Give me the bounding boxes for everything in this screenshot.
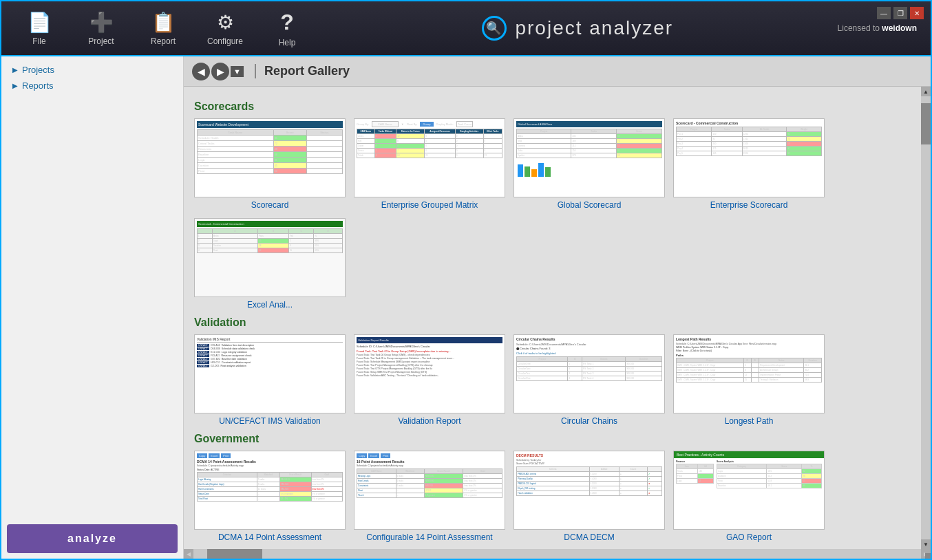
section-scorecards: Scorecards — [194, 100, 918, 113]
scroll-up-button[interactable]: ▲ — [921, 87, 931, 96]
projects-label: Projects — [22, 65, 54, 75]
configure-menu-button[interactable]: ⚙ Configure — [194, 3, 256, 54]
sidebar-item-projects[interactable]: ▶ Projects — [7, 62, 178, 78]
uncefact-ims-card[interactable]: Validation IMS Report UNFACT C99-A12 Val… — [194, 334, 346, 426]
license-info: Licensed to weidown — [838, 23, 924, 33]
nav-arrows: ◀ ▶ ▼ — [192, 63, 244, 80]
svg-rect-1 — [525, 166, 530, 177]
gao-report-card[interactable]: Best Practices - Activity Counts Finance… — [673, 451, 825, 542]
circular-chains-label: Circular Chains — [561, 416, 617, 426]
file-menu-button[interactable]: 📄 File — [8, 3, 70, 54]
app-title: 🔍 project analyzer — [318, 16, 838, 41]
resize-handle[interactable] — [925, 553, 931, 559]
main-layout: ▶ Projects ▶ Reports analyze ◀ ▶ ▼ Repor… — [1, 56, 931, 559]
configurable-14-point-card[interactable]: Copy Excel Print 16 Point Assessment Res… — [354, 451, 505, 542]
file-label: File — [32, 36, 45, 46]
enterprise-scorecard-card[interactable]: Scorecard - Commercial Construction Proj… — [673, 118, 825, 210]
dcma-14-point-card[interactable]: Copy Excel Print DCMA 14 Point Assessmen… — [194, 451, 346, 542]
project-label: Project — [88, 36, 114, 46]
configurable-14-point-thumb: Copy Excel Print 16 Point Assessment Res… — [354, 451, 505, 530]
content-area: ◀ ▶ ▼ Report Gallery Scorecards — [184, 56, 931, 559]
help-menu-button[interactable]: ? Help — [256, 3, 318, 54]
scorecards-grid: Scorecard Website Development Task NameS… — [194, 118, 918, 310]
government-grid: Copy Excel Print DCMA 14 Point Assessmen… — [194, 451, 918, 542]
uncefact-ims-thumb: Validation IMS Report UNFACT C99-A12 Val… — [194, 334, 346, 413]
circular-chains-card[interactable]: Circular Chains Results Schedule: C:\Use… — [513, 334, 665, 426]
file-icon: 📄 — [28, 11, 52, 34]
global-scorecard-card[interactable]: Global Scorecard ASM/View ProjectTasksSc… — [513, 118, 665, 210]
validation-report-label: Validation Report — [398, 416, 460, 426]
horizontal-scrollbar[interactable]: ◀ ▶ — [184, 549, 931, 559]
uncefact-ims-label: UN/CEFACT IMS Validation — [219, 416, 321, 426]
toolbar: 📄 File ➕ Project 📋 Report ⚙ Configure ? — [1, 1, 931, 56]
scorecard-label: Scorecard — [251, 200, 289, 210]
configure-icon: ⚙ — [217, 11, 234, 34]
scorecard-card[interactable]: Scorecard Website Development Task NameS… — [194, 118, 346, 210]
vertical-scrollbar[interactable]: ▲ ▼ — [921, 87, 931, 549]
enterprise-scorecard-thumb: Scorecard - Commercial Construction Proj… — [673, 118, 825, 197]
excel-analysis-thumb: Scorecard - Commercial Construction A B … — [194, 218, 346, 297]
scorecard-thumb: Scorecard Website Development Task NameS… — [194, 118, 346, 197]
reports-label: Reports — [22, 80, 54, 91]
sidebar-nav: ▶ Projects ▶ Reports — [1, 56, 183, 519]
app-logo: 🔍 — [482, 16, 507, 41]
configure-label: Configure — [207, 36, 243, 46]
dcma-14-point-label: DCMA 14 Point Assessment — [218, 532, 321, 542]
report-icon: 📋 — [151, 11, 176, 34]
horizontal-scroll-thumb[interactable] — [207, 549, 262, 559]
svg-rect-0 — [518, 164, 523, 177]
nav-dropdown-button[interactable]: ▼ — [231, 66, 244, 77]
circular-chains-thumb: Circular Chains Results Schedule: C:\Use… — [513, 334, 665, 413]
project-icon: ➕ — [89, 11, 114, 34]
excel-analysis-label: Excel Anal... — [247, 300, 293, 310]
enterprise-scorecard-label: Enterprise Scorecard — [710, 200, 788, 210]
enterprise-grouped-matrix-thumb: Group By: CAM Name ▼ Float By: Group Dis… — [354, 118, 505, 197]
configurable-14-point-label: Configurable 14 Point Assessment — [366, 532, 492, 542]
minimize-button[interactable]: — — [877, 7, 891, 19]
longest-path-thumb: Longest Path Results Schedule: C:\Users\… — [673, 334, 825, 413]
scroll-thumb[interactable] — [921, 103, 931, 144]
validation-report-card[interactable]: Validation Report Results Schedule ID: C… — [354, 334, 505, 426]
gallery-title: Report Gallery — [255, 64, 350, 78]
reports-arrow-icon: ▶ — [12, 82, 18, 89]
scroll-down-button[interactable]: ▼ — [921, 539, 931, 549]
close-button[interactable]: ✕ — [910, 7, 924, 19]
report-label: Report — [151, 36, 176, 46]
dcma-decm-thumb: DECM RESULTS Schedule by Tookey for Scor… — [513, 451, 665, 530]
gao-report-label: GAO Report — [726, 532, 772, 542]
dcma-decm-card[interactable]: DECM RESULTS Schedule by Tookey for Scor… — [513, 451, 665, 542]
nav-forward-button[interactable]: ▶ — [211, 63, 229, 80]
license-user: weidown — [882, 23, 917, 33]
restore-button[interactable]: ❐ — [893, 7, 907, 19]
help-label: Help — [279, 38, 296, 47]
app-title-text: project analyzer — [515, 17, 673, 39]
enterprise-grouped-matrix-label: Enterprise Grouped Matrix — [381, 200, 478, 210]
nav-back-button[interactable]: ◀ — [192, 63, 210, 80]
global-scorecard-label: Global Scorecard — [558, 200, 622, 210]
enterprise-grouped-matrix-card[interactable]: Group By: CAM Name ▼ Float By: Group Dis… — [354, 118, 505, 210]
global-scorecard-thumb: Global Scorecard ASM/View ProjectTasksSc… — [513, 118, 665, 197]
analyze-button[interactable]: analyze — [7, 524, 178, 553]
gallery-header: ◀ ▶ ▼ Report Gallery — [184, 56, 931, 87]
longest-path-card[interactable]: Longest Path Results Schedule: C:\Users\… — [673, 334, 825, 426]
scroll-left-button[interactable]: ◀ — [184, 549, 193, 559]
report-menu-button[interactable]: 📋 Report — [132, 3, 194, 54]
project-menu-button[interactable]: ➕ Project — [70, 3, 132, 54]
section-government: Government — [194, 433, 918, 445]
toolbar-buttons: 📄 File ➕ Project 📋 Report ⚙ Configure ? — [8, 3, 318, 54]
longest-path-label: Longest Path — [725, 416, 774, 426]
projects-arrow-icon: ▶ — [12, 66, 18, 74]
sidebar: ▶ Projects ▶ Reports analyze — [1, 56, 184, 559]
svg-rect-3 — [538, 163, 544, 177]
gallery-content: Scorecards Scorecard Website Development… — [184, 87, 921, 549]
validation-grid: Validation IMS Report UNFACT C99-A12 Val… — [194, 334, 918, 426]
help-icon: ? — [280, 10, 294, 35]
sidebar-item-reports[interactable]: ▶ Reports — [7, 78, 178, 94]
validation-report-thumb: Validation Report Results Schedule ID: C… — [354, 334, 505, 413]
svg-rect-2 — [531, 169, 537, 177]
dcma-decm-label: DCMA DECM — [564, 532, 614, 542]
gao-report-thumb: Best Practices - Activity Counts Finance… — [673, 451, 825, 530]
section-validation: Validation — [194, 316, 918, 329]
excel-analysis-card[interactable]: Scorecard - Commercial Construction A B … — [194, 218, 346, 310]
svg-rect-4 — [545, 167, 551, 177]
